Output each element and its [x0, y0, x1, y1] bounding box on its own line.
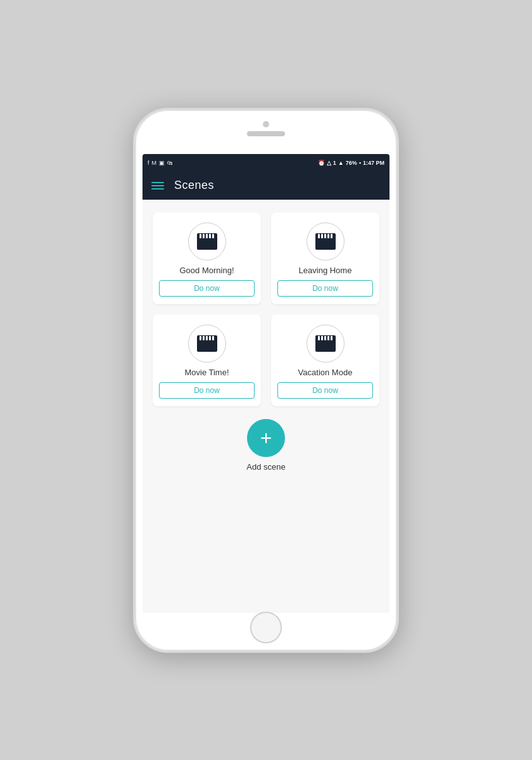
scene-name-movie-time: Movie Time!: [184, 368, 229, 377]
wifi-icon: △: [327, 160, 331, 166]
home-button[interactable]: [250, 612, 282, 643]
facebook-icon: f: [148, 160, 149, 166]
add-scene-button[interactable]: +: [247, 419, 285, 457]
battery-icon: ▪: [359, 160, 361, 166]
scene-icon-good-morning: [188, 222, 226, 261]
status-left-icons: f M ▣ 🛍: [148, 160, 173, 166]
battery-percent: 76%: [346, 160, 357, 166]
scenes-grid: Good Morning! Do now: [153, 212, 379, 406]
do-now-button-leaving-home[interactable]: Do now: [277, 280, 373, 297]
voicemail-icon: ▣: [159, 160, 165, 166]
front-camera: [263, 121, 269, 127]
do-now-button-good-morning[interactable]: Do now: [159, 280, 255, 297]
main-content: Good Morning! Do now: [142, 200, 390, 613]
status-bar: f M ▣ 🛍 ⏰ △ 1 ▲ 76% ▪ 1:47 PM: [142, 154, 390, 172]
plus-icon: +: [260, 428, 272, 448]
bag-icon: 🛍: [167, 160, 173, 166]
scene-icon-leaving-home: [307, 222, 345, 261]
do-now-button-vacation-mode[interactable]: Do now: [277, 382, 373, 399]
scene-card-good-morning: Good Morning! Do now: [153, 212, 261, 304]
time-display: 1:47 PM: [363, 160, 384, 166]
phone-screen: f M ▣ 🛍 ⏰ △ 1 ▲ 76% ▪ 1:47 PM Scene: [142, 154, 390, 613]
phone-top-hardware: [247, 121, 285, 136]
app-bar-title: Scenes: [174, 179, 214, 192]
scene-card-leaving-home: Leaving Home Do now: [271, 212, 379, 304]
scene-name-vacation-mode: Vacation Mode: [298, 368, 353, 377]
hamburger-menu-button[interactable]: [151, 182, 164, 190]
earpiece-speaker: [247, 131, 285, 136]
add-scene-container: + Add scene: [153, 419, 379, 472]
scene-name-leaving-home: Leaving Home: [299, 266, 352, 275]
scene-card-vacation-mode: Vacation Mode Do now: [271, 314, 379, 406]
do-now-button-movie-time[interactable]: Do now: [159, 382, 255, 399]
clapperboard-icon-2: [315, 233, 336, 250]
status-right-info: ⏰ △ 1 ▲ 76% ▪ 1:47 PM: [318, 160, 384, 166]
signal-icon: ▲: [338, 160, 344, 166]
add-scene-label: Add scene: [246, 462, 285, 472]
clapperboard-icon-3: [197, 335, 217, 352]
gmail-icon: M: [152, 160, 157, 166]
scene-icon-movie-time: [188, 325, 226, 363]
scene-icon-vacation-mode: [307, 325, 345, 363]
network-1-badge: 1: [333, 160, 336, 166]
scene-card-movie-time: Movie Time! Do now: [153, 314, 261, 406]
phone-device: f M ▣ 🛍 ⏰ △ 1 ▲ 76% ▪ 1:47 PM Scene: [133, 108, 399, 653]
app-bar: Scenes: [142, 172, 390, 200]
alarm-icon: ⏰: [318, 160, 325, 166]
scene-name-good-morning: Good Morning!: [180, 266, 234, 275]
clapperboard-icon: [197, 233, 217, 250]
clapperboard-icon-4: [315, 335, 336, 352]
